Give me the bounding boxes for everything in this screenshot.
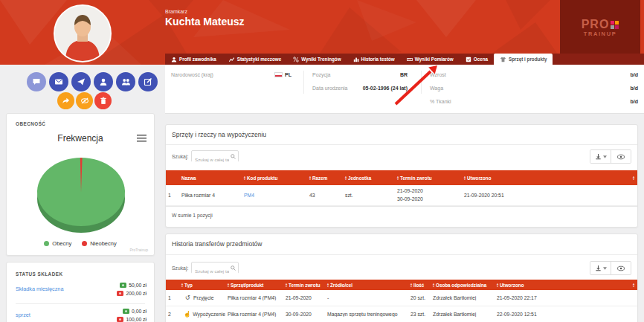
- tab-label: Sprzęt i produkty: [509, 57, 547, 62]
- paper-plane-icon: [77, 77, 86, 86]
- tab-label: Ocena: [474, 57, 488, 62]
- cell-product: Piłka rozmiar 4 (PM4): [225, 295, 283, 300]
- share-icon: [62, 97, 70, 105]
- divider: [166, 144, 637, 145]
- attendance-card: OBECNOŚĆ Frekwencja Obecny Nieobecny Pro…: [6, 113, 155, 256]
- attendance-section-label: OBECNOŚĆ: [16, 121, 45, 126]
- export-button[interactable]: [590, 262, 611, 274]
- edit-icon: [144, 77, 152, 86]
- cell-person: Zdrzałek Bartłomiej: [431, 312, 495, 317]
- col-sprzet-produkt[interactable]: ▴▾Sprzęt/produkt: [225, 283, 283, 288]
- sort-icon: ▴▾: [244, 176, 245, 180]
- col-utworzono[interactable]: ▴▾Utworzono▴▾: [462, 176, 637, 181]
- chart-menu-icon[interactable]: [137, 135, 146, 142]
- download-icon: [595, 153, 602, 160]
- loans-table-row[interactable]: 1 Piłka rozmiar 4 PM4 43 szt. 21-09-2020…: [166, 185, 637, 206]
- loans-table-header: Nazwa ▴▾Kod produktu ▴▾Razem ▴▾Jednostka…: [166, 170, 637, 185]
- fee-link-equipment[interactable]: sprzet: [16, 312, 30, 318]
- loans-search: [191, 150, 239, 162]
- col-label: Utworzono: [500, 283, 524, 288]
- attendance-pie-chart[interactable]: [7, 149, 155, 239]
- eye-off-icon: [80, 97, 89, 105]
- search-label: Szukaj:: [172, 154, 188, 159]
- col-typ[interactable]: ▴▾Typ: [179, 283, 225, 288]
- export-button[interactable]: [590, 150, 611, 163]
- checkbox-icon: [466, 57, 471, 62]
- paid-amount: 0,00 zł: [132, 309, 146, 314]
- eye-icon: [617, 154, 625, 160]
- tissue-value: b/d: [582, 99, 638, 104]
- cell-created: 22-09-2020 12:51: [495, 312, 637, 317]
- poland-flag-icon: [274, 72, 283, 77]
- sort-icon: ▴▾: [397, 176, 399, 180]
- col-label: Jednostka: [348, 176, 371, 181]
- send-message-button[interactable]: [71, 72, 91, 91]
- chart-line-icon: [228, 57, 235, 62]
- col-label: Razem: [312, 176, 327, 181]
- tab-profil-zawodnika[interactable]: Profil zawodnika: [165, 54, 222, 65]
- row-num: 1: [166, 295, 179, 300]
- col-label: Typ: [184, 283, 193, 288]
- legend-item-present[interactable]: Obecny: [44, 240, 71, 247]
- legend-dot-red: [82, 241, 87, 246]
- column-visibility-button[interactable]: [611, 262, 631, 274]
- annotation-arrow: [385, 59, 456, 112]
- share-button[interactable]: [57, 92, 74, 109]
- player-card-button[interactable]: [94, 72, 113, 91]
- col-nazwa[interactable]: Nazwa: [179, 176, 242, 181]
- col-razem[interactable]: ▴▾Razem: [307, 176, 343, 181]
- fee-link-monthly[interactable]: Składka miesięczna: [16, 286, 64, 292]
- groups-button[interactable]: [116, 72, 135, 91]
- row-num: 1: [166, 193, 179, 198]
- product-code-link[interactable]: PM4: [244, 193, 254, 198]
- delete-player-button[interactable]: [94, 92, 112, 109]
- edit-player-button[interactable]: [138, 72, 158, 91]
- transfers-table-header: ▴▾Typ ▴▾Sprzęt/produkt ▴▾Termin zwrotu ▴…: [166, 280, 637, 290]
- column-visibility-button[interactable]: [611, 150, 631, 163]
- cell-source: -: [325, 295, 408, 300]
- cell-created: 21-09-2020 22:17: [495, 295, 637, 300]
- col-termin-zwrotu[interactable]: ▴▾Termin zwrotu: [283, 283, 325, 288]
- col-osoba-odpowiedzialna[interactable]: ▴▾Osoba odpowiedzialna: [431, 283, 495, 288]
- person-icon: [99, 77, 108, 86]
- col-zrodlo-cel[interactable]: ▴▾Źródło/cel: [325, 283, 408, 288]
- col-label: Osoba odpowiedzialna: [436, 283, 486, 288]
- chevron-down-icon: [603, 155, 607, 158]
- divider: [166, 254, 637, 255]
- tab-ocena[interactable]: Ocena: [460, 54, 494, 65]
- type-label: Wypożyczenie: [193, 312, 225, 317]
- sort-icon: ▴▾: [410, 283, 412, 287]
- email-button[interactable]: [49, 72, 68, 91]
- brand-pixel-icon: [611, 21, 619, 29]
- player-avatar: [54, 4, 112, 62]
- cell-name: Piłka rozmiar 4: [179, 193, 242, 198]
- col-kod-produktu[interactable]: ▴▾Kod produktu: [242, 176, 307, 181]
- hide-player-button[interactable]: [76, 92, 93, 109]
- return-date-2: 30-09-2020: [397, 196, 462, 204]
- transfers-title: Historia transferów przedmiotów: [172, 240, 262, 248]
- sort-icon: ▴▾: [633, 176, 634, 180]
- position-label: Pozycja: [312, 72, 331, 77]
- col-jednostka[interactable]: ▴▾Jednostka: [343, 176, 395, 181]
- tab-wyniki-treningow[interactable]: Wyniki Treningów: [287, 54, 347, 65]
- cell-unit: szt.: [343, 193, 395, 198]
- col-utworzono[interactable]: ▴▾Utworzono▴▾: [495, 283, 637, 288]
- player-actions-row-2: [57, 92, 112, 109]
- user-icon: [171, 57, 177, 62]
- mail-icon: [54, 77, 63, 86]
- sort-icon: ▴▾: [327, 283, 329, 287]
- legend-label: Nieobecny: [90, 240, 116, 247]
- tab-statystyki-meczowe[interactable]: Statystyki meczowe: [222, 54, 288, 65]
- transfers-table-row[interactable]: 1 ↺Przyjęcie Piłka rozmiar 4 (PM4) 21-09…: [166, 290, 637, 306]
- transfers-table-row[interactable]: 2 ☝Wypożyczenie Piłka rozmiar 4 (PM4) 30…: [166, 306, 637, 322]
- legend-item-absent[interactable]: Nieobecny: [82, 240, 116, 247]
- player-actions-row-1: [27, 72, 158, 91]
- col-termin-zwrotu[interactable]: ▴▾Termin zwrotu: [395, 176, 462, 181]
- tab-sprzet-i-produkty[interactable]: Sprzęt i produkty: [494, 54, 553, 65]
- height-value: b/d: [582, 72, 638, 77]
- sort-icon: ▴▾: [181, 283, 183, 287]
- chat-button[interactable]: [27, 72, 46, 91]
- transfers-card: Historia transferów przedmiotów Szukaj: …: [165, 234, 638, 322]
- col-ilosc[interactable]: ▴▾Ilość: [408, 283, 431, 288]
- legend-dot-green: [44, 241, 49, 246]
